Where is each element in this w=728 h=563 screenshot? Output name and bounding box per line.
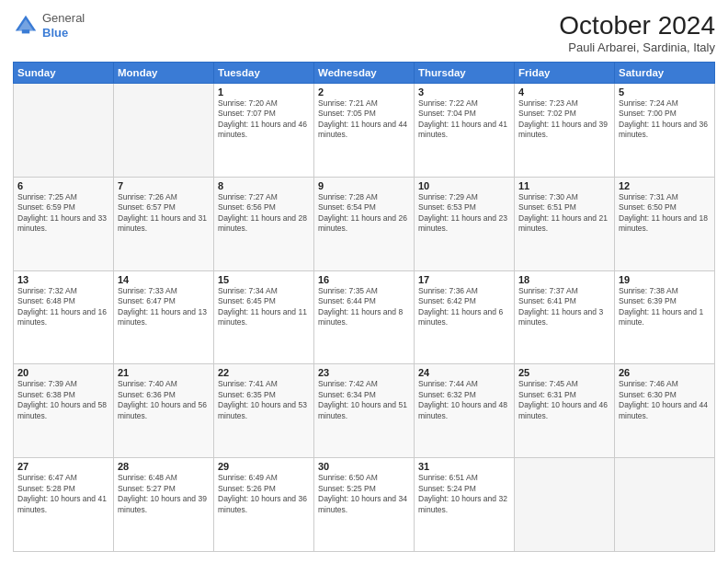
- day-info: Sunrise: 7:36 AM Sunset: 6:42 PM Dayligh…: [418, 286, 510, 328]
- day-cell: 16Sunrise: 7:35 AM Sunset: 6:44 PM Dayli…: [314, 270, 415, 364]
- day-cell: 15Sunrise: 7:34 AM Sunset: 6:45 PM Dayli…: [214, 270, 314, 364]
- day-number: 4: [518, 86, 610, 98]
- day-cell: 4Sunrise: 7:23 AM Sunset: 7:02 PM Daylig…: [515, 84, 615, 178]
- day-number: 24: [418, 367, 510, 378]
- week-row-0: 1Sunrise: 7:20 AM Sunset: 7:07 PM Daylig…: [14, 84, 715, 178]
- day-cell: 31Sunrise: 6:51 AM Sunset: 5:24 PM Dayli…: [415, 458, 515, 552]
- day-number: 11: [518, 180, 610, 191]
- day-info: Sunrise: 7:20 AM Sunset: 7:07 PM Dayligh…: [218, 98, 310, 141]
- col-header-thursday: Thursday: [415, 63, 515, 84]
- day-cell: 14Sunrise: 7:33 AM Sunset: 6:47 PM Dayli…: [114, 270, 214, 364]
- day-number: 20: [17, 367, 109, 378]
- day-info: Sunrise: 7:31 AM Sunset: 6:50 PM Dayligh…: [619, 192, 711, 235]
- day-number: 18: [518, 274, 610, 285]
- day-cell: 1Sunrise: 7:20 AM Sunset: 7:07 PM Daylig…: [214, 84, 314, 178]
- day-info: Sunrise: 6:47 AM Sunset: 5:28 PM Dayligh…: [17, 473, 109, 515]
- day-number: 5: [619, 86, 711, 98]
- day-number: 27: [17, 461, 109, 472]
- day-cell: 30Sunrise: 6:50 AM Sunset: 5:25 PM Dayli…: [314, 458, 415, 552]
- day-number: 26: [619, 367, 711, 378]
- day-cell: 27Sunrise: 6:47 AM Sunset: 5:28 PM Dayli…: [14, 458, 114, 552]
- day-info: Sunrise: 7:26 AM Sunset: 6:57 PM Dayligh…: [118, 192, 210, 235]
- day-cell: 29Sunrise: 6:49 AM Sunset: 5:26 PM Dayli…: [214, 458, 314, 552]
- day-info: Sunrise: 7:37 AM Sunset: 6:41 PM Dayligh…: [518, 286, 610, 328]
- day-cell: 7Sunrise: 7:26 AM Sunset: 6:57 PM Daylig…: [114, 177, 214, 270]
- day-info: Sunrise: 6:48 AM Sunset: 5:27 PM Dayligh…: [118, 473, 210, 515]
- day-info: Sunrise: 7:23 AM Sunset: 7:02 PM Dayligh…: [518, 98, 610, 141]
- day-info: Sunrise: 7:38 AM Sunset: 6:39 PM Dayligh…: [619, 286, 711, 328]
- week-row-1: 6Sunrise: 7:25 AM Sunset: 6:59 PM Daylig…: [14, 177, 715, 270]
- logo-icon: [13, 13, 39, 39]
- col-header-saturday: Saturday: [615, 63, 715, 84]
- calendar-body: 1Sunrise: 7:20 AM Sunset: 7:07 PM Daylig…: [14, 84, 715, 552]
- day-info: Sunrise: 7:34 AM Sunset: 6:45 PM Dayligh…: [218, 286, 310, 328]
- day-cell: 5Sunrise: 7:24 AM Sunset: 7:00 PM Daylig…: [615, 84, 715, 178]
- day-info: Sunrise: 7:46 AM Sunset: 6:30 PM Dayligh…: [619, 379, 711, 421]
- logo-text: General Blue: [42, 11, 85, 40]
- day-cell: 22Sunrise: 7:41 AM Sunset: 6:35 PM Dayli…: [214, 364, 314, 458]
- day-info: Sunrise: 7:40 AM Sunset: 6:36 PM Dayligh…: [118, 379, 210, 421]
- day-number: 6: [17, 180, 109, 191]
- day-number: 12: [619, 180, 711, 191]
- day-number: 30: [318, 461, 410, 472]
- day-number: 16: [318, 274, 410, 285]
- day-number: 2: [318, 86, 410, 98]
- day-cell: 19Sunrise: 7:38 AM Sunset: 6:39 PM Dayli…: [615, 270, 715, 364]
- week-row-2: 13Sunrise: 7:32 AM Sunset: 6:48 PM Dayli…: [14, 270, 715, 364]
- day-number: 22: [218, 367, 310, 378]
- day-number: 10: [418, 180, 510, 191]
- header-row: SundayMondayTuesdayWednesdayThursdayFrid…: [14, 63, 715, 84]
- day-number: 1: [218, 86, 310, 98]
- day-info: Sunrise: 7:41 AM Sunset: 6:35 PM Dayligh…: [218, 379, 310, 421]
- day-number: 21: [118, 367, 210, 378]
- day-number: 15: [218, 274, 310, 285]
- day-cell: 28Sunrise: 6:48 AM Sunset: 5:27 PM Dayli…: [114, 458, 214, 552]
- day-cell: 8Sunrise: 7:27 AM Sunset: 6:56 PM Daylig…: [214, 177, 314, 270]
- day-number: 19: [619, 274, 711, 285]
- day-info: Sunrise: 7:25 AM Sunset: 6:59 PM Dayligh…: [17, 192, 109, 235]
- day-number: 29: [218, 461, 310, 472]
- col-header-friday: Friday: [515, 63, 615, 84]
- day-info: Sunrise: 6:51 AM Sunset: 5:24 PM Dayligh…: [418, 473, 510, 515]
- day-cell: 11Sunrise: 7:30 AM Sunset: 6:51 PM Dayli…: [515, 177, 615, 270]
- col-header-monday: Monday: [114, 63, 214, 84]
- day-cell: 13Sunrise: 7:32 AM Sunset: 6:48 PM Dayli…: [14, 270, 114, 364]
- day-cell: 17Sunrise: 7:36 AM Sunset: 6:42 PM Dayli…: [415, 270, 515, 364]
- day-info: Sunrise: 7:35 AM Sunset: 6:44 PM Dayligh…: [318, 286, 410, 328]
- day-cell: 10Sunrise: 7:29 AM Sunset: 6:53 PM Dayli…: [415, 177, 515, 270]
- logo-general: General: [42, 11, 85, 26]
- day-number: 8: [218, 180, 310, 191]
- week-row-3: 20Sunrise: 7:39 AM Sunset: 6:38 PM Dayli…: [14, 364, 715, 458]
- day-info: Sunrise: 7:32 AM Sunset: 6:48 PM Dayligh…: [17, 286, 109, 328]
- day-info: Sunrise: 6:49 AM Sunset: 5:26 PM Dayligh…: [218, 473, 310, 515]
- day-number: 17: [418, 274, 510, 285]
- col-header-tuesday: Tuesday: [214, 63, 314, 84]
- day-cell: 24Sunrise: 7:44 AM Sunset: 6:32 PM Dayli…: [415, 364, 515, 458]
- day-info: Sunrise: 7:39 AM Sunset: 6:38 PM Dayligh…: [17, 379, 109, 421]
- day-info: Sunrise: 7:27 AM Sunset: 6:56 PM Dayligh…: [218, 192, 310, 235]
- day-info: Sunrise: 6:50 AM Sunset: 5:25 PM Dayligh…: [318, 473, 410, 515]
- day-info: Sunrise: 7:45 AM Sunset: 6:31 PM Dayligh…: [518, 379, 610, 421]
- logo-blue: Blue: [42, 26, 85, 40]
- day-cell: [615, 458, 715, 552]
- day-number: 31: [418, 461, 510, 472]
- day-cell: 25Sunrise: 7:45 AM Sunset: 6:31 PM Dayli…: [515, 364, 615, 458]
- calendar-header: SundayMondayTuesdayWednesdayThursdayFrid…: [14, 63, 715, 84]
- day-cell: 12Sunrise: 7:31 AM Sunset: 6:50 PM Dayli…: [615, 177, 715, 270]
- location: Pauli Arbarei, Sardinia, Italy: [559, 40, 715, 54]
- day-cell: 18Sunrise: 7:37 AM Sunset: 6:41 PM Dayli…: [515, 270, 615, 364]
- day-number: 25: [518, 367, 610, 378]
- day-info: Sunrise: 7:28 AM Sunset: 6:54 PM Dayligh…: [318, 192, 410, 235]
- day-info: Sunrise: 7:44 AM Sunset: 6:32 PM Dayligh…: [418, 379, 510, 421]
- svg-rect-2: [22, 29, 29, 33]
- day-number: 14: [118, 274, 210, 285]
- day-cell: 20Sunrise: 7:39 AM Sunset: 6:38 PM Dayli…: [14, 364, 114, 458]
- day-cell: 9Sunrise: 7:28 AM Sunset: 6:54 PM Daylig…: [314, 177, 415, 270]
- day-info: Sunrise: 7:33 AM Sunset: 6:47 PM Dayligh…: [118, 286, 210, 328]
- calendar-table: SundayMondayTuesdayWednesdayThursdayFrid…: [13, 62, 715, 552]
- day-number: 13: [17, 274, 109, 285]
- day-info: Sunrise: 7:24 AM Sunset: 7:00 PM Dayligh…: [619, 98, 711, 141]
- title-block: October 2024 Pauli Arbarei, Sardinia, It…: [559, 11, 715, 54]
- logo: General Blue: [13, 11, 85, 40]
- day-cell: 26Sunrise: 7:46 AM Sunset: 6:30 PM Dayli…: [615, 364, 715, 458]
